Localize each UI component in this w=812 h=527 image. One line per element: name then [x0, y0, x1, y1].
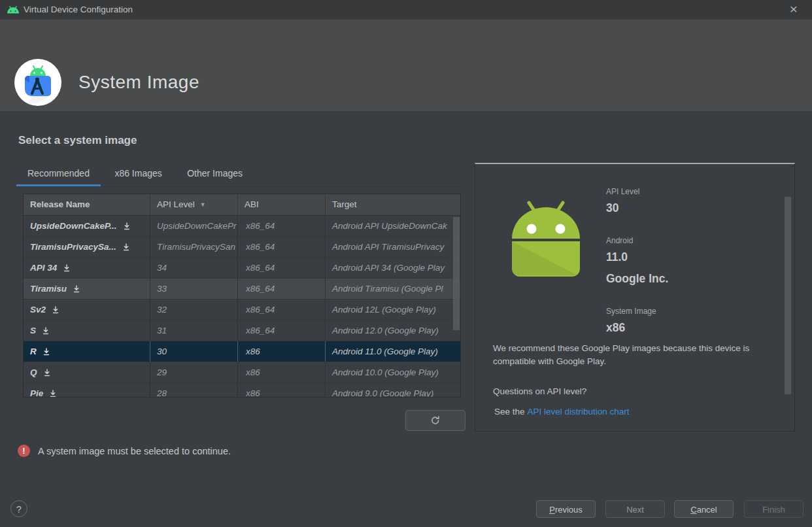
abi-cell: x86_64 [238, 258, 326, 278]
finish-button[interactable]: Finish [744, 500, 804, 518]
api-level-cell: 31 [150, 320, 238, 341]
api-level-cell: 28 [150, 383, 238, 398]
abi-cell: x86 [238, 341, 326, 362]
api-level-cell: UpsideDownCakePr [150, 216, 238, 236]
target-cell: Android 12L (Google Play) [326, 299, 460, 320]
sort-desc-icon: ▼ [200, 201, 206, 208]
table-scrollbar[interactable] [453, 217, 460, 330]
page-title: System Image [78, 72, 199, 93]
select-system-image-heading: Select a system image [18, 134, 137, 147]
column-target[interactable]: Target [326, 194, 460, 215]
api-level-value: 30 [606, 201, 618, 215]
table-row[interactable]: Q 29 x86 Android 10.0 (Google Play) [24, 362, 460, 383]
help-icon[interactable]: ? [10, 500, 27, 517]
error-text: A system image must be selected to conti… [38, 446, 231, 456]
download-icon[interactable] [42, 327, 50, 335]
tab-other-images[interactable]: Other Images [176, 165, 254, 184]
title-bar: Virtual Device Configuration × [0, 0, 812, 20]
api-level-cell: TiramisuPrivacySan [150, 237, 238, 257]
target-cell: Android API UpsideDownCak [326, 216, 460, 236]
target-cell: Android 12.0 (Google Play) [326, 320, 460, 341]
api-level-cell: 29 [150, 362, 238, 382]
vendor-value: Google Inc. [606, 272, 668, 286]
release-name: Q [30, 362, 37, 382]
release-name: Tiramisu [30, 279, 67, 299]
download-icon[interactable] [52, 306, 59, 314]
recommendation-text: We recommend these Google Play images be… [493, 342, 788, 367]
api-level-label: API Level [606, 187, 639, 196]
android-robot-image [509, 198, 583, 278]
release-name: TiramisuPrivacySa... [30, 237, 116, 257]
column-abi[interactable]: ABI [238, 194, 326, 215]
target-cell: Android 10.0 (Google Play) [326, 362, 460, 382]
table-row[interactable]: API 34 34 x86_64 Android API 34 (Google … [24, 258, 460, 279]
release-name: S [30, 320, 36, 341]
abi-cell: x86_64 [238, 320, 326, 341]
abi-cell: x86 [238, 383, 326, 398]
target-cell: Android API TiramisuPrivacy [326, 237, 460, 257]
android-logo-icon [7, 5, 20, 14]
image-tabs: Recommended x86 Images Other Images [16, 165, 461, 187]
previous-button[interactable]: Previous [536, 500, 596, 518]
android-studio-logo [14, 59, 61, 106]
abi-cell: x86 [238, 362, 326, 382]
api-level-cell: 30 [150, 341, 238, 362]
system-image-table: Release Name API Level▼ ABI Target Upsid… [23, 194, 461, 398]
android-version-value: 11.0 [606, 250, 628, 264]
system-image-label: System Image [606, 307, 656, 316]
cancel-button[interactable]: Cancel [674, 500, 734, 518]
download-icon[interactable] [122, 243, 130, 251]
table-header: Release Name API Level▼ ABI Target [24, 194, 460, 216]
refresh-button[interactable] [405, 410, 465, 431]
target-cell: Android 11.0 (Google Play) [326, 341, 460, 362]
tab-recommended[interactable]: Recommended [16, 165, 101, 186]
footer-bar: ? Previous Next Cancel Finish [0, 494, 812, 527]
table-row[interactable]: UpsideDownCakeP... UpsideDownCakePr x86_… [24, 216, 460, 237]
window-title: Virtual Device Configuration [24, 5, 133, 14]
wizard-header: System Image [0, 20, 812, 111]
error-icon: ! [18, 445, 30, 457]
see-the-line: See theAPI level distribution chart [494, 407, 630, 416]
release-name: Sv2 [30, 299, 46, 320]
table-row[interactable]: TiramisuPrivacySa... TiramisuPrivacySan … [24, 237, 460, 258]
release-name: R [30, 341, 37, 362]
release-name: API 34 [30, 258, 57, 278]
api-level-cell: 33 [150, 279, 238, 299]
abi-cell: x86_64 [238, 299, 326, 320]
panel-scrollbar[interactable] [785, 197, 791, 394]
api-distribution-chart-link[interactable]: API level distribution chart [528, 407, 630, 416]
table-row-selected[interactable]: R 30 x86 Android 11.0 (Google Play) [24, 341, 460, 362]
refresh-icon [430, 415, 441, 426]
download-icon[interactable] [123, 222, 131, 230]
virtual-device-configuration-window: Virtual Device Configuration × System Im… [0, 0, 812, 527]
abi-cell: x86_64 [238, 237, 326, 257]
api-level-cell: 32 [150, 299, 238, 320]
release-name: UpsideDownCakeP... [30, 216, 117, 236]
table-row[interactable]: S 31 x86_64 Android 12.0 (Google Play) [24, 320, 460, 341]
api-question-text: Questions on API level? [493, 386, 586, 396]
image-details-panel: API Level 30 Android 11.0 Google Inc. Sy… [475, 163, 795, 432]
download-icon[interactable] [42, 348, 50, 356]
column-release-name[interactable]: Release Name [24, 194, 150, 215]
target-cell: Android API 34 (Google Play [326, 258, 460, 278]
abi-cell: x86_64 [238, 279, 326, 299]
table-row[interactable]: Sv2 32 x86_64 Android 12L (Google Play) [24, 299, 460, 320]
android-label: Android [606, 236, 633, 245]
download-icon[interactable] [49, 390, 57, 398]
abi-cell: x86_64 [238, 216, 326, 236]
target-cell: Android 9.0 (Google Play) [326, 383, 460, 398]
close-icon[interactable]: × [785, 0, 803, 18]
release-name: Pie [30, 383, 43, 398]
download-icon[interactable] [73, 285, 80, 293]
api-level-cell: 34 [150, 258, 238, 278]
column-api-level[interactable]: API Level▼ [150, 194, 238, 215]
next-button[interactable]: Next [605, 500, 665, 518]
tab-x86-images[interactable]: x86 Images [103, 165, 173, 184]
target-cell: Android Tiramisu (Google Pl [326, 279, 460, 299]
download-icon[interactable] [43, 369, 51, 377]
system-image-value: x86 [606, 321, 625, 335]
table-row[interactable]: Tiramisu 33 x86_64 Android Tiramisu (Goo… [24, 279, 460, 299]
table-row[interactable]: Pie 28 x86 Android 9.0 (Google Play) [24, 383, 460, 398]
download-icon[interactable] [63, 264, 71, 272]
validation-error: ! A system image must be selected to con… [18, 445, 231, 457]
